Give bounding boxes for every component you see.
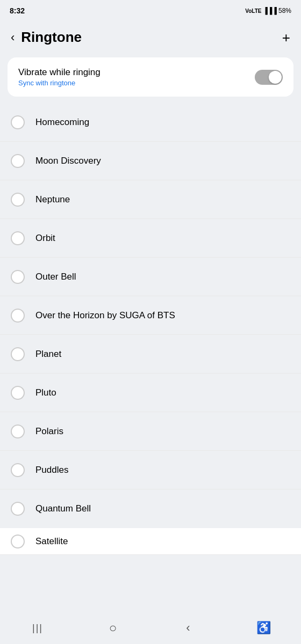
back-nav-button[interactable]: ‹ [175,615,201,641]
ringtone-name: Orbit [35,233,55,244]
list-item[interactable]: Over the Horizon by SUGA of BTS [0,296,301,335]
list-item[interactable]: Puddles [0,451,301,489]
radio-button[interactable] [11,309,25,323]
ringtone-name: Homecoming [35,117,89,128]
ringtone-name: Pluto [35,387,56,398]
vibrate-card: Vibrate while ringing Sync with ringtone [8,57,293,97]
header: ‹ Ringtone + [0,21,301,53]
ringtone-name: Neptune [35,194,70,205]
battery-icon: 58% [278,7,291,14]
ringtone-name: Quantum Bell [35,503,91,514]
ringtone-list: Homecoming Moon Discovery Neptune Orbit … [0,103,301,555]
toggle-knob [269,71,282,84]
radio-button[interactable] [11,425,25,438]
header-left: ‹ Ringtone [11,29,82,46]
signal-icon: ▐▐▐ [263,7,277,14]
status-time: 8:32 [10,6,25,15]
ringtone-name: Moon Discovery [35,156,101,166]
radio-button[interactable] [11,463,25,477]
status-right: VoLTE ▐▐▐ 58% [245,7,291,14]
recent-apps-button[interactable]: ||| [25,615,51,641]
radio-button[interactable] [11,270,25,284]
list-item[interactable]: Polaris [0,412,301,451]
home-button[interactable]: ○ [100,615,126,641]
list-item[interactable]: Moon Discovery [0,142,301,180]
vibrate-title: Vibrate while ringing [18,67,101,78]
radio-button[interactable] [11,193,25,207]
add-button[interactable]: + [282,31,290,45]
radio-button[interactable] [11,535,25,548]
list-item[interactable]: Pluto [0,374,301,412]
radio-button[interactable] [11,231,25,245]
ringtone-name: Planet [35,349,61,360]
list-item[interactable]: Planet [0,335,301,374]
volte-icon: VoLTE [245,8,261,14]
ringtone-name: Puddles [35,465,68,475]
ringtone-name: Polaris [35,426,63,437]
list-item[interactable]: Neptune [0,180,301,219]
vibrate-toggle[interactable] [255,70,283,85]
page-title: Ringtone [21,29,82,46]
ringtone-name: Over the Horizon by SUGA of BTS [35,310,175,321]
bottom-nav: ||| ○ ‹ ♿ [0,612,301,644]
radio-button[interactable] [11,154,25,168]
accessibility-button[interactable]: ♿ [250,615,276,641]
radio-button[interactable] [11,347,25,361]
vibrate-subtitle[interactable]: Sync with ringtone [18,79,101,87]
list-item-partial[interactable]: Satellite [0,528,301,555]
status-icons: VoLTE ▐▐▐ 58% [245,7,291,14]
radio-button[interactable] [11,115,25,129]
vibrate-row: Vibrate while ringing Sync with ringtone [18,67,283,87]
vibrate-text: Vibrate while ringing Sync with ringtone [18,67,101,87]
list-item[interactable]: Homecoming [0,103,301,142]
ringtone-name-partial: Satellite [35,536,68,547]
list-item[interactable]: Quantum Bell [0,489,301,528]
radio-button[interactable] [11,386,25,400]
radio-button[interactable] [11,502,25,516]
back-button[interactable]: ‹ [11,32,15,43]
list-item[interactable]: Outer Bell [0,258,301,296]
list-item[interactable]: Orbit [0,219,301,258]
status-bar: 8:32 VoLTE ▐▐▐ 58% [0,0,301,21]
ringtone-name: Outer Bell [35,272,76,282]
